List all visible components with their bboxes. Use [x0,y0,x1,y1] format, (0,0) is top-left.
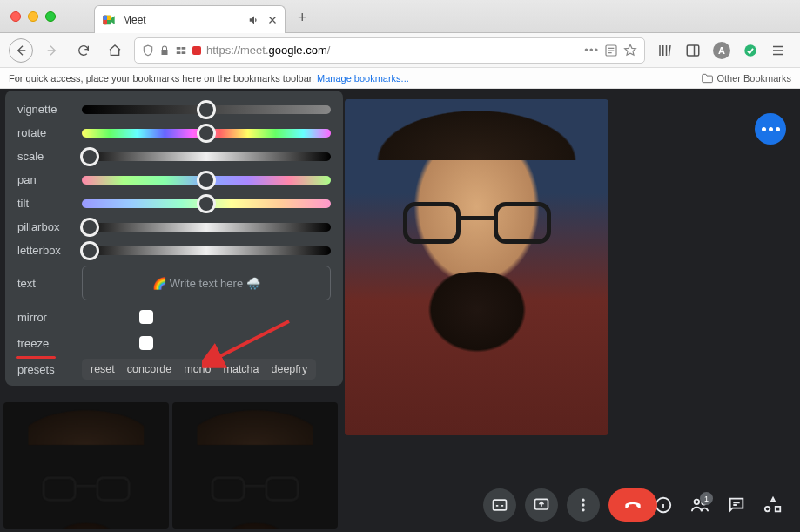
freeze-row: freeze [17,330,331,356]
tab-audio-icon[interactable] [248,14,260,26]
freeze-label: freeze [17,337,73,350]
participant-thumbnails [3,402,338,529]
tab-close-button[interactable] [267,15,278,25]
mirror-row: mirror [17,304,331,330]
preset-reset[interactable]: reset [91,363,115,375]
library-icon[interactable] [657,43,673,58]
vignette-slider[interactable] [82,105,331,114]
mirror-checkbox[interactable] [139,310,153,324]
preset-matcha[interactable]: matcha [224,363,259,375]
browser-toolbar: https://meet.google.com/ ••• A [0,33,800,68]
meet-favicon-icon [102,13,116,27]
svg-rect-5 [182,46,186,49]
more-options-fab[interactable] [755,113,786,145]
sidebar-icon[interactable] [685,43,701,58]
svg-rect-6 [177,51,181,54]
tab-title: Meet [123,14,241,26]
svg-point-16 [582,508,584,511]
close-window-button[interactable] [10,11,21,22]
bookmark-star-icon[interactable] [623,44,637,57]
preset-mono[interactable]: mono [184,363,211,375]
folder-icon [701,72,713,84]
svg-point-18 [695,500,700,505]
svg-rect-7 [182,51,186,54]
reload-button[interactable] [71,38,96,63]
preset-deepfry[interactable]: deepfry [272,363,308,375]
slider-row-rotate: rotate [17,121,331,145]
svg-rect-4 [177,46,181,49]
minimize-window-button[interactable] [28,11,38,22]
extension-icon[interactable] [743,43,758,58]
svg-point-14 [582,499,584,502]
url-bar[interactable]: https://meet.google.com/ ••• [134,37,645,64]
new-tab-button[interactable]: + [298,9,307,27]
pan-slider[interactable] [82,176,331,185]
annotation-underline [16,356,56,359]
captions-button[interactable] [483,488,516,522]
present-button[interactable] [525,488,558,522]
svg-point-10 [744,44,756,57]
pan-label: pan [17,173,73,186]
url-text: https://meet.google.com/ [206,44,579,57]
mirror-label: mirror [17,311,73,324]
thumbnail-tile[interactable] [172,402,338,529]
other-bookmarks-folder[interactable]: Other Bookmarks [701,72,791,84]
center-controls [483,488,657,522]
svg-rect-9 [687,45,699,56]
presets-row: presets reset concorde mono matcha deepf… [17,358,331,380]
text-row: text 🌈 Write text here 🌧️ [17,262,331,304]
scale-label: scale [17,150,73,163]
reader-mode-icon[interactable] [604,44,618,57]
window-controls [0,11,66,22]
bookmarks-hint: For quick access, place your bookmarks h… [9,73,409,84]
page-actions-icon[interactable]: ••• [584,44,599,57]
menu-button[interactable] [770,43,786,58]
chat-button[interactable] [727,495,746,515]
scale-slider[interactable] [82,152,331,161]
back-button[interactable] [9,38,33,63]
window-titlebar: Meet + [0,0,800,33]
home-button[interactable] [103,38,127,63]
lock-icon [159,45,170,56]
bookmarks-bar: For quick access, place your bookmarks h… [0,68,800,89]
text-label: text [17,277,73,290]
effects-panel: vignette rotate scale pan tilt pillarbox… [5,91,343,386]
preset-concorde[interactable]: concorde [127,363,171,375]
slider-row-scale: scale [17,145,331,168]
more-button[interactable] [567,488,600,522]
svg-rect-3 [103,15,107,19]
hangup-button[interactable] [608,488,657,522]
slider-row-pan: pan [17,168,331,192]
overlay-text-input[interactable]: 🌈 Write text here 🌧️ [82,266,331,300]
letterbox-slider[interactable] [82,246,331,255]
people-button[interactable]: 1 [690,495,709,515]
presets-label: presets [17,363,73,376]
shield-icon [142,44,154,57]
toolbar-right-icons: A [652,42,791,59]
pillarbox-label: pillarbox [17,220,73,233]
meet-content: vignette rotate scale pan tilt pillarbox… [0,89,800,532]
letterbox-label: letterbox [17,244,73,257]
camera-indicator-icon [192,46,201,55]
permissions-icon [175,44,187,57]
account-icon[interactable]: A [713,42,730,59]
forward-button[interactable] [40,38,64,63]
pillarbox-slider[interactable] [82,223,331,232]
tilt-slider[interactable] [82,199,331,208]
thumbnail-tile[interactable] [3,402,169,529]
main-video-tile[interactable] [345,99,608,435]
meet-bottom-bar: 1 [345,485,795,525]
rotate-slider[interactable] [82,129,331,138]
slider-row-pillarbox: pillarbox [17,215,331,239]
freeze-checkbox[interactable] [139,336,153,350]
tilt-label: tilt [17,197,73,210]
svg-rect-12 [493,500,506,510]
participant-count-badge: 1 [700,492,713,505]
activities-button[interactable] [763,495,783,515]
slider-row-letterbox: letterbox [17,239,331,262]
rotate-label: rotate [17,126,73,139]
maximize-window-button[interactable] [45,11,56,22]
slider-row-tilt: tilt [17,192,331,215]
manage-bookmarks-link[interactable]: Manage bookmarks... [317,73,409,84]
browser-tab[interactable]: Meet [94,5,286,33]
